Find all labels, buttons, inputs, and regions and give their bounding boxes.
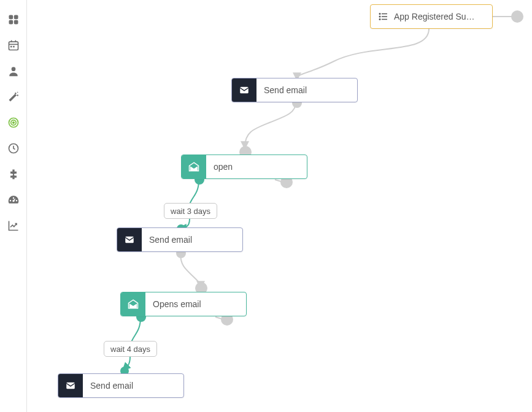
svg-point-11: [15, 93, 17, 94]
target-icon: [7, 116, 20, 129]
nav-plugins[interactable]: [6, 167, 21, 181]
condition-node[interactable]: open: [181, 154, 307, 179]
chart-icon: [7, 219, 20, 232]
sidebar: [0, 0, 26, 412]
svg-point-21: [379, 13, 380, 15]
svg-point-22: [379, 16, 380, 17]
nav-performance[interactable]: [6, 193, 21, 207]
user-icon: [7, 65, 20, 77]
nav-schedule[interactable]: [6, 141, 21, 156]
nav-goals[interactable]: [6, 115, 21, 130]
node-label: open: [206, 155, 307, 178]
nav-analytics[interactable]: [6, 218, 21, 233]
send-email-node[interactable]: Send email: [231, 78, 358, 102]
node-icon-box: [58, 374, 83, 397]
node-label: Send email: [256, 78, 357, 102]
node-icon-box: [117, 228, 142, 251]
gauge-icon: [7, 194, 20, 206]
trigger-node[interactable]: App Registered Su…: [370, 4, 493, 29]
svg-point-10: [11, 67, 15, 71]
svg-rect-4: [9, 42, 18, 50]
nav-dashboard[interactable]: [6, 12, 21, 27]
nav-automation[interactable]: [6, 90, 21, 104]
flow-edges: [27, 0, 532, 412]
nav-calendar[interactable]: [6, 38, 21, 53]
wait-label: wait 3 days: [171, 207, 210, 216]
svg-point-16: [12, 122, 14, 124]
svg-rect-2: [9, 20, 13, 25]
svg-point-12: [17, 94, 18, 96]
svg-rect-3: [13, 20, 18, 25]
mail-icon: [124, 234, 135, 245]
open-mail-icon: [188, 161, 199, 172]
node-icon-box: [121, 292, 145, 316]
node-label: Send email: [83, 374, 183, 397]
svg-rect-1: [13, 15, 18, 20]
plugin-icon: [7, 168, 20, 180]
send-email-node[interactable]: Send email: [58, 373, 184, 398]
flow-endpoint-dot[interactable]: [511, 10, 523, 23]
wait-label: wait 4 days: [110, 345, 150, 354]
node-icon-box: [232, 78, 256, 102]
node-label: Send email: [142, 228, 242, 251]
svg-point-23: [379, 19, 380, 20]
mail-icon: [65, 380, 76, 391]
svg-rect-9: [13, 46, 15, 48]
wait-node[interactable]: wait 3 days: [164, 203, 217, 219]
nav-user[interactable]: [6, 64, 21, 78]
wait-node[interactable]: wait 4 days: [104, 341, 157, 357]
flow-canvas[interactable]: App Registered Su… Send email open wait …: [27, 0, 532, 412]
list-icon: [378, 11, 389, 22]
calendar-icon: [7, 39, 20, 52]
mail-icon: [239, 85, 250, 96]
condition-node[interactable]: Opens email: [120, 292, 247, 316]
svg-point-13: [17, 92, 18, 93]
magic-wand-icon: [7, 91, 20, 103]
dashboard-icon: [7, 13, 20, 26]
node-icon-box: [182, 155, 206, 178]
open-mail-icon: [128, 299, 139, 310]
trigger-label: App Registered Su…: [394, 12, 475, 21]
node-label: Opens email: [145, 292, 246, 316]
svg-rect-8: [10, 46, 12, 48]
clock-icon: [7, 142, 20, 154]
svg-rect-0: [9, 15, 13, 20]
send-email-node[interactable]: Send email: [117, 227, 243, 252]
